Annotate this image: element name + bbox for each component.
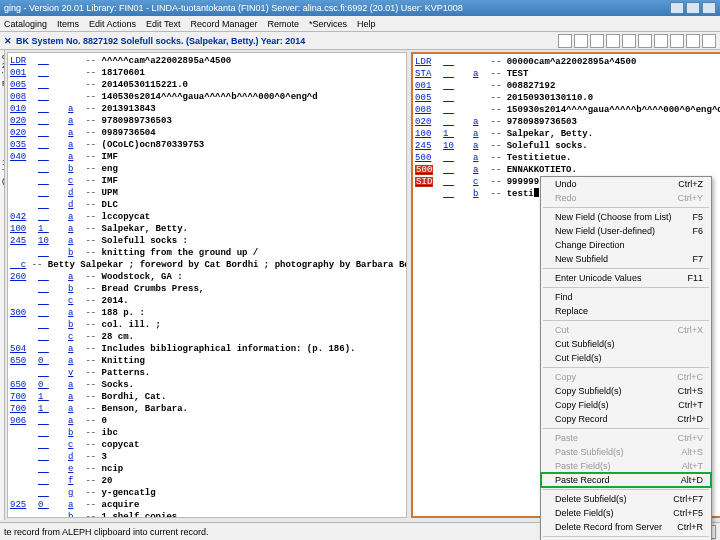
marc-subfield-code[interactable]: c (68, 439, 80, 451)
marc-subfield-code[interactable] (68, 79, 80, 91)
tool-icon[interactable] (702, 34, 716, 48)
marc-indicators[interactable] (443, 164, 473, 176)
marc-subfield-code[interactable]: v (68, 367, 80, 379)
tool-icon[interactable] (606, 34, 620, 48)
marc-tag[interactable]: SID (415, 176, 443, 188)
marc-indicators[interactable] (443, 116, 473, 128)
marc-subfield-code[interactable]: b (68, 511, 80, 518)
menu-item[interactable]: *Services (309, 19, 347, 29)
marc-tag[interactable]: 040 (10, 151, 38, 163)
marc-field-row[interactable]: 24510a -- Solefull socks : (10, 235, 404, 247)
marc-subfield-code[interactable] (68, 91, 80, 103)
marc-value[interactable]: 0 (102, 415, 107, 427)
marc-indicators[interactable] (443, 56, 473, 68)
marc-indicators[interactable]: 0 (38, 379, 68, 391)
marc-value[interactable]: 999999 (507, 176, 539, 188)
marc-indicators[interactable]: 10 (38, 235, 68, 247)
marc-indicators[interactable] (38, 475, 68, 487)
marc-value[interactable]: 28 cm. (102, 331, 134, 343)
marc-tag[interactable] (10, 439, 38, 451)
marc-value[interactable]: Betty Salpekar ; foreword by Cat Bordhi … (48, 259, 407, 271)
marc-tag[interactable] (10, 283, 38, 295)
marc-indicators[interactable] (38, 283, 68, 295)
marc-subfield-code[interactable]: d (68, 199, 80, 211)
marc-subfield-code[interactable]: a (473, 68, 485, 80)
marc-subfield-code[interactable]: a (473, 152, 485, 164)
marc-field-row[interactable]: c -- IMF (10, 175, 404, 187)
marc-indicators[interactable] (38, 127, 68, 139)
marc-tag[interactable]: LDR (10, 55, 38, 67)
marc-value[interactable]: Bread Crumbs Press, (102, 283, 205, 295)
marc-field-row[interactable]: d -- DLC (10, 199, 404, 211)
marc-value[interactable]: 20150930130110.0 (507, 92, 593, 104)
menu-item[interactable]: Edit Actions (89, 19, 136, 29)
marc-value[interactable]: ncip (102, 463, 124, 475)
minimize-icon[interactable] (670, 2, 684, 14)
marc-subfield-code[interactable]: a (68, 223, 80, 235)
context-menu-item[interactable]: Enter Unicode ValuesF11 (541, 271, 711, 285)
marc-value[interactable]: IMF (102, 175, 118, 187)
marc-subfield-code[interactable]: a (473, 116, 485, 128)
marc-subfield-code[interactable] (473, 56, 485, 68)
context-menu-item[interactable]: Replace (541, 304, 711, 318)
marc-value[interactable]: 00000cam^a22002895a^4500 (507, 56, 637, 68)
marc-indicators[interactable] (443, 104, 473, 116)
marc-subfield-code[interactable]: a (68, 139, 80, 151)
marc-tag[interactable]: 245 (10, 235, 38, 247)
marc-value[interactable]: ^^^^^cam^a22002895a^4500 (102, 55, 232, 67)
marc-tag[interactable]: 245 (415, 140, 443, 152)
marc-tag[interactable]: STA (415, 68, 443, 80)
marc-value[interactable]: 0989736504 (102, 127, 156, 139)
marc-tag[interactable]: 001 (415, 80, 443, 92)
marc-tag[interactable] (10, 247, 38, 259)
marc-tag[interactable]: 700 (10, 391, 38, 403)
marc-tag[interactable]: 100 (415, 128, 443, 140)
tool-icon[interactable] (686, 34, 700, 48)
marc-indicators[interactable] (38, 295, 68, 307)
marc-tag[interactable]: 035 (10, 139, 38, 151)
marc-indicators[interactable]: 0 (38, 499, 68, 511)
marc-field-row[interactable]: STA a -- TEST (415, 68, 720, 80)
marc-tag[interactable] (10, 175, 38, 187)
marc-subfield-code[interactable]: b (68, 319, 80, 331)
marc-field-row[interactable]: b -- 1 shelf copies (10, 511, 404, 518)
marc-field-row[interactable]: c -- 2014. (10, 295, 404, 307)
marc-indicators[interactable] (38, 271, 68, 283)
marc-subfield-code[interactable]: a (68, 499, 80, 511)
marc-subfield-code[interactable]: a (68, 103, 80, 115)
context-menu-item[interactable]: New Field (Choose from List)F5 (541, 210, 711, 224)
marc-field-row[interactable]: 260 a -- Woodstock, GA : (10, 271, 404, 283)
menu-item[interactable]: Cataloging (4, 19, 47, 29)
marc-value[interactable]: 008827192 (507, 80, 556, 92)
marc-tag[interactable]: 020 (415, 116, 443, 128)
context-menu-item[interactable]: Copy Subfield(s)Ctrl+S (541, 384, 711, 398)
marc-tag[interactable] (415, 188, 443, 200)
marc-subfield-code[interactable]: b (68, 427, 80, 439)
marc-value[interactable]: Knitting (102, 355, 145, 367)
marc-value[interactable]: lccopycat (102, 211, 151, 223)
marc-indicators[interactable]: 1 (443, 128, 473, 140)
marc-indicators[interactable] (38, 103, 68, 115)
marc-field-row[interactable]: 005 -- 20140530115221.0 (10, 79, 404, 91)
marc-field-row[interactable]: g -- y-gencatlg (10, 487, 404, 499)
marc-indicators[interactable] (38, 331, 68, 343)
marc-indicators[interactable] (443, 92, 473, 104)
tool-icon[interactable] (574, 34, 588, 48)
marc-value[interactable]: 1 shelf copies (102, 511, 178, 518)
marc-indicators[interactable] (38, 115, 68, 127)
context-menu-item[interactable]: Delete Record from ServerCtrl+R (541, 520, 711, 534)
marc-indicators[interactable]: 1 (38, 403, 68, 415)
marc-value[interactable]: 2014. (102, 295, 129, 307)
marc-indicators[interactable] (38, 319, 68, 331)
marc-field-row[interactable]: 9250 a -- acquire (10, 499, 404, 511)
marc-tag[interactable]: 500 (415, 164, 443, 176)
marc-field-row[interactable]: b -- knitting from the ground up / (10, 247, 404, 259)
marc-field-row[interactable]: 504 a -- Includes bibliographical inform… (10, 343, 404, 355)
context-menu-item[interactable]: Copy Field(s)Ctrl+T (541, 398, 711, 412)
marc-value[interactable]: 140530s2014^^^^gaua^^^^^b^^^^000^0^eng^d (102, 91, 318, 103)
marc-indicators[interactable] (38, 367, 68, 379)
marc-indicators[interactable] (38, 427, 68, 439)
marc-field-row[interactable]: 001 -- 008827192 (415, 80, 720, 92)
marc-tag[interactable] (10, 367, 38, 379)
marc-indicators[interactable] (38, 91, 68, 103)
